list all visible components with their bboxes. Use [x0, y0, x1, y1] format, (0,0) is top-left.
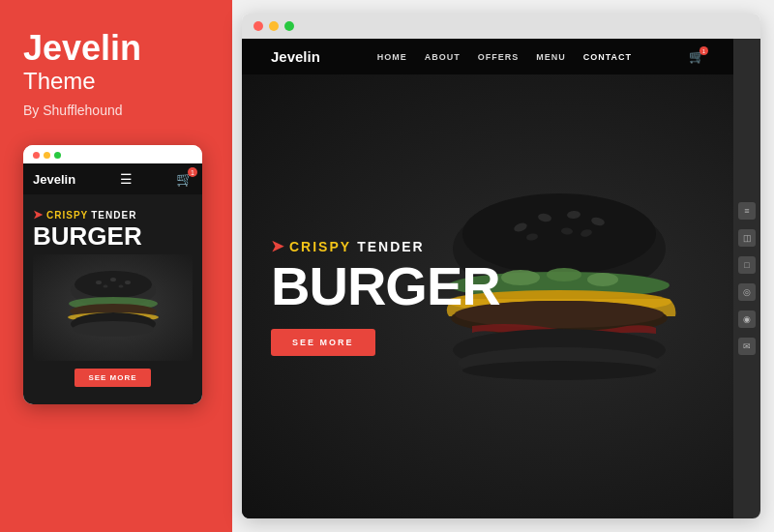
svg-point-1	[74, 271, 152, 298]
sidebar-icon-3[interactable]: □	[738, 256, 756, 274]
sidebar-icon-4[interactable]: ◎	[738, 283, 756, 301]
hero-see-more-button[interactable]: SEE MORE	[271, 329, 375, 356]
hero-arrow-icon: ➤	[271, 237, 283, 255]
website-nav: Jevelin HOME ABOUT OFFERS MENU CONTACT 🛒…	[242, 39, 733, 74]
browser-dot-red	[253, 21, 263, 31]
hamburger-icon[interactable]: ☰	[120, 171, 133, 187]
mobile-dot-yellow	[44, 152, 50, 159]
mobile-tender-word: TENDER	[91, 210, 136, 221]
sidebar-icon-2[interactable]: ◫	[738, 229, 756, 247]
brand-title: Jevelin	[23, 29, 141, 68]
nav-home[interactable]: HOME	[377, 52, 407, 62]
svg-point-5	[103, 285, 107, 288]
nav-menu[interactable]: MENU	[536, 52, 566, 62]
mobile-cart-wrapper: 🛒 1	[176, 171, 193, 187]
nav-contact[interactable]: CONTACT	[583, 52, 632, 62]
hero-text-area: ➤ CRISPY TENDER BURGER SEE MORE	[242, 218, 529, 375]
svg-point-6	[118, 285, 123, 288]
website-logo: Jevelin	[271, 48, 320, 65]
nav-about[interactable]: ABOUT	[425, 52, 461, 62]
website-sidebar: ≡ ◫ □ ◎ ◉ ✉	[733, 39, 760, 518]
svg-point-4	[125, 281, 131, 284]
mobile-hero-text: ➤ CRISPY TENDER BURGER	[33, 208, 193, 249]
browser-content: Jevelin HOME ABOUT OFFERS MENU CONTACT 🛒…	[242, 39, 760, 518]
mobile-logo: Jevelin	[33, 172, 75, 187]
mobile-dot-green	[54, 152, 61, 159]
mobile-window-controls	[33, 152, 61, 159]
website-hero: ➤ CRISPY TENDER BURGER SEE MORE	[242, 74, 733, 518]
browser-window: Jevelin HOME ABOUT OFFERS MENU CONTACT 🛒…	[242, 14, 760, 518]
mobile-hero: ➤ CRISPY TENDER BURGER	[23, 194, 202, 404]
left-panel: Jevelin Theme By Shufflehound Jevelin ☰ …	[0, 0, 232, 532]
svg-point-3	[110, 278, 116, 281]
svg-point-11	[73, 321, 154, 337]
browser-topbar	[242, 14, 760, 39]
cart-badge: 1	[188, 167, 197, 177]
hero-tender-word: TENDER	[357, 239, 425, 254]
mobile-burger-heading: BURGER	[33, 223, 193, 249]
sidebar-icon-1[interactable]: ≡	[738, 202, 756, 220]
sidebar-icon-mail[interactable]: ✉	[738, 338, 756, 355]
nav-cart[interactable]: 🛒 1	[689, 49, 704, 64]
hero-crispy-line: ➤ CRISPY TENDER	[271, 237, 500, 255]
svg-point-2	[96, 281, 102, 284]
website-area: Jevelin HOME ABOUT OFFERS MENU CONTACT 🛒…	[242, 39, 733, 518]
mobile-nav: Jevelin ☰ 🛒 1	[23, 163, 202, 194]
hero-crispy-word: CRISPY	[289, 239, 351, 254]
mobile-topbar	[23, 145, 202, 163]
browser-dot-yellow	[269, 21, 279, 31]
brand-by: By Shufflehound	[23, 103, 123, 118]
burger-svg	[55, 269, 171, 346]
nav-cart-badge: 1	[700, 46, 708, 55]
mobile-crispy-word: CRISPY	[46, 210, 88, 221]
brand-subtitle: Theme	[23, 68, 96, 96]
browser-dot-green	[284, 21, 294, 31]
svg-point-23	[547, 268, 581, 281]
mobile-mockup: Jevelin ☰ 🛒 1 ➤ CRISPY TENDER BURGER	[23, 145, 202, 404]
mobile-see-more-button[interactable]: SEE MORE	[74, 369, 150, 387]
sidebar-icon-5[interactable]: ◉	[738, 310, 756, 328]
mobile-dot-red	[33, 152, 40, 159]
nav-links: HOME ABOUT OFFERS MENU CONTACT	[377, 52, 632, 62]
mobile-crispy-line: ➤ CRISPY TENDER	[33, 208, 193, 222]
hero-burger-heading: BURGER	[271, 259, 500, 313]
mobile-arrow-icon: ➤	[33, 208, 44, 222]
right-panel: Jevelin HOME ABOUT OFFERS MENU CONTACT 🛒…	[232, 0, 774, 532]
mobile-burger-image	[33, 254, 193, 361]
svg-point-24	[587, 273, 618, 286]
nav-offers[interactable]: OFFERS	[478, 52, 520, 62]
